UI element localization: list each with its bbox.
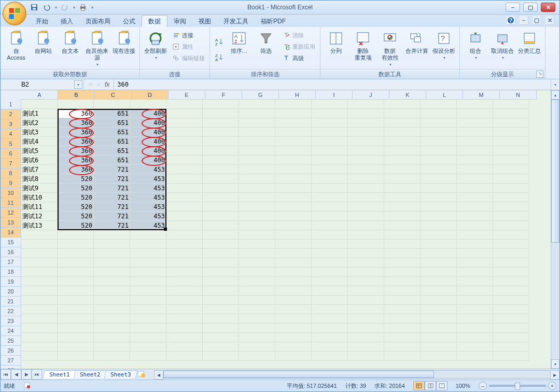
- cell-N26[interactable]: [493, 333, 529, 342]
- row-header-7[interactable]: 7: [1, 159, 21, 169]
- cell-K9[interactable]: [384, 174, 421, 184]
- cell-B8[interactable]: 360: [58, 165, 94, 174]
- cell-G2[interactable]: [239, 109, 275, 118]
- cell-E13[interactable]: [166, 212, 203, 221]
- cell-M24[interactable]: [457, 314, 493, 324]
- cell-A26[interactable]: [21, 333, 58, 342]
- 取消组合-button[interactable]: 取消组合▾: [490, 29, 515, 69]
- cell-J25[interactable]: [348, 324, 384, 333]
- cell-J11[interactable]: [348, 193, 384, 202]
- cell-J4[interactable]: [348, 128, 384, 137]
- row-header-5[interactable]: 5: [1, 139, 21, 149]
- cell-H11[interactable]: [275, 193, 312, 202]
- cell-J21[interactable]: [348, 286, 384, 296]
- cell-L21[interactable]: [421, 286, 457, 296]
- cell-I10[interactable]: [312, 184, 348, 193]
- cell-C4[interactable]: 651: [94, 128, 130, 137]
- scroll-up-button[interactable]: ▴: [551, 90, 559, 100]
- cell-B18[interactable]: [58, 258, 94, 268]
- cell-K28[interactable]: [384, 352, 421, 361]
- cell-E22[interactable]: [166, 296, 203, 305]
- cell-D23[interactable]: [130, 305, 166, 314]
- cell-K24[interactable]: [384, 314, 421, 324]
- cell-J5[interactable]: [348, 137, 384, 146]
- cell-B1[interactable]: [58, 100, 94, 109]
- zoom-in-button[interactable]: +: [548, 382, 556, 390]
- cell-I8[interactable]: [312, 165, 348, 174]
- cell-F9[interactable]: [203, 174, 239, 184]
- horizontal-scrollbar[interactable]: ◀ ▶: [154, 370, 559, 379]
- cell-B26[interactable]: [58, 333, 94, 342]
- help-button[interactable]: ?: [507, 16, 515, 25]
- cell-D17[interactable]: [130, 249, 166, 258]
- cell-N19[interactable]: [493, 268, 529, 277]
- cell-A18[interactable]: [21, 258, 58, 268]
- cell-A17[interactable]: [21, 249, 58, 258]
- 分类汇总-button[interactable]: 分类汇总: [517, 29, 542, 69]
- cell-D5[interactable]: 400: [130, 137, 166, 146]
- cell-I28[interactable]: [312, 352, 348, 361]
- cell-L22[interactable]: [421, 296, 457, 305]
- cell-M16[interactable]: [457, 240, 493, 249]
- row-header-16[interactable]: 16: [1, 247, 21, 257]
- cell-L25[interactable]: [421, 324, 457, 333]
- cell-H5[interactable]: [275, 137, 312, 146]
- cell-A2[interactable]: 测试1: [21, 109, 58, 118]
- cell-B6[interactable]: 360: [58, 146, 94, 156]
- cell-G13[interactable]: [239, 212, 275, 221]
- cell-B28[interactable]: [58, 352, 94, 361]
- formula-input[interactable]: 360: [114, 81, 551, 88]
- cell-H10[interactable]: [275, 184, 312, 193]
- row-header-8[interactable]: 8: [1, 169, 21, 178]
- cell-E17[interactable]: [166, 249, 203, 258]
- cell-I5[interactable]: [312, 137, 348, 146]
- sort-desc-button[interactable]: ZA: [213, 52, 225, 63]
- sheet-nav-first[interactable]: ⏮: [1, 369, 11, 380]
- cell-G10[interactable]: [239, 184, 275, 193]
- cell-C2[interactable]: 651: [94, 109, 130, 118]
- cell-G27[interactable]: [239, 342, 275, 352]
- cell-M9[interactable]: [457, 174, 493, 184]
- row-header-27[interactable]: 27: [1, 356, 21, 366]
- cell-I2[interactable]: [312, 109, 348, 118]
- outline-dialog-launcher[interactable]: ↘: [536, 71, 543, 78]
- cell-A27[interactable]: [21, 342, 58, 352]
- cell-K7[interactable]: [384, 156, 421, 165]
- cell-M8[interactable]: [457, 165, 493, 174]
- cell-J13[interactable]: [348, 212, 384, 221]
- cell-K20[interactable]: [384, 277, 421, 286]
- cell-K3[interactable]: [384, 118, 421, 128]
- cell-D16[interactable]: [130, 240, 166, 249]
- cell-H27[interactable]: [275, 342, 312, 352]
- cell-D28[interactable]: [130, 352, 166, 361]
- row-header-20[interactable]: 20: [1, 287, 21, 297]
- cell-A1[interactable]: [21, 100, 58, 109]
- 现有连接-button[interactable]: 现有连接: [111, 29, 136, 69]
- cell-F27[interactable]: [203, 342, 239, 352]
- vscroll-thumb[interactable]: [551, 100, 559, 243]
- cell-C27[interactable]: [94, 342, 130, 352]
- cell-A23[interactable]: [21, 305, 58, 314]
- view-page-break-button[interactable]: [436, 381, 447, 390]
- 删除重复项-button[interactable]: 删除重复项: [351, 29, 375, 69]
- cell-G7[interactable]: [239, 156, 275, 165]
- cell-N21[interactable]: [493, 286, 529, 296]
- cell-E11[interactable]: [166, 193, 203, 202]
- cell-C25[interactable]: [94, 324, 130, 333]
- cancel-formula-button[interactable]: ✕: [88, 81, 93, 88]
- cell-L12[interactable]: [421, 202, 457, 212]
- cell-F16[interactable]: [203, 240, 239, 249]
- tab-视图[interactable]: 视图: [192, 16, 217, 27]
- namebox-dropdown[interactable]: ▾: [74, 80, 82, 89]
- sheet-nav-last[interactable]: ⏭: [32, 369, 42, 380]
- cell-N24[interactable]: [493, 314, 529, 324]
- cell-D3[interactable]: 400: [130, 118, 166, 128]
- cell-F5[interactable]: [203, 137, 239, 146]
- refresh-dropdown-arrow[interactable]: ▾: [155, 55, 157, 60]
- cell-G4[interactable]: [239, 128, 275, 137]
- row-header-25[interactable]: 25: [1, 336, 21, 346]
- cell-N8[interactable]: [493, 165, 529, 174]
- cell-K12[interactable]: [384, 202, 421, 212]
- row-header-12[interactable]: 12: [1, 208, 21, 218]
- cell-M14[interactable]: [457, 221, 493, 230]
